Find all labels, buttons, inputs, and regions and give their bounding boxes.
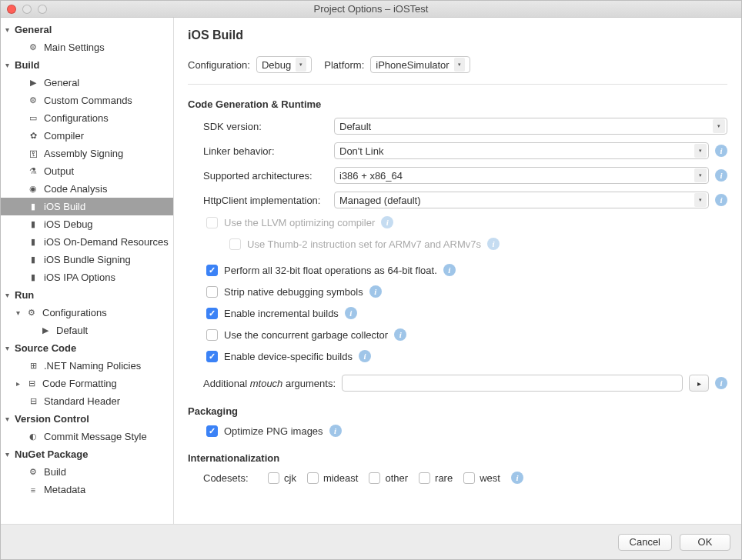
info-icon[interactable]: i [487,238,500,250]
codeset-west-checkbox[interactable] [463,472,475,484]
dialog-footer: Cancel OK [1,524,741,559]
sidebar-item-nuget-metadata[interactable]: ≡Metadata [1,481,173,498]
arch-select[interactable]: i386 + x86_64▾ [334,167,709,184]
sidebar-item-naming-policies[interactable]: ⊞.NET Naming Policies [1,357,173,375]
info-icon[interactable]: i [359,350,371,362]
grid-icon: ⊞ [27,360,39,372]
list-icon: ≡ [27,484,39,496]
cancel-button[interactable]: Cancel [618,534,672,551]
chevron-down-icon: ▾ [454,58,465,72]
sidebar-item-ios-build[interactable]: ▮iOS Build [1,198,173,215]
gear-icon: ⚙ [27,42,39,54]
sidebar-item-configurations[interactable]: ▭Configurations [1,109,173,127]
sidebar-item-ios-debug[interactable]: ▮iOS Debug [1,215,173,233]
device-builds-row: Enable device-specific builds i [188,350,727,362]
commit-icon: ◐ [27,431,39,443]
ok-button[interactable]: OK [680,534,730,551]
sidebar-item-output[interactable]: ⚗Output [1,162,173,180]
mtouch-label: Additional mtouch arguments: [188,378,342,389]
configuration-select[interactable]: Debug▾ [256,56,312,73]
gear-icon: ⚙ [25,307,38,319]
info-icon[interactable]: i [715,194,727,206]
device-builds-checkbox[interactable] [206,351,218,362]
platform-select[interactable]: iPhoneSimulator▾ [370,56,470,73]
optimize-png-checkbox[interactable] [206,425,218,437]
info-icon[interactable]: i [715,145,727,157]
float64-checkbox[interactable] [206,265,218,276]
llvm-row: Use the LLVM optimizing compiler i [188,216,727,228]
sidebar-run[interactable]: ▾Run [1,286,173,304]
incremental-checkbox[interactable] [206,308,218,319]
sidebar-item-commit-style[interactable]: ◐Commit Message Style [1,428,173,445]
box-icon: ▭ [27,112,39,125]
httpclient-select[interactable]: Managed (default)▾ [334,192,709,208]
info-icon[interactable]: i [715,377,727,389]
gear-icon: ⚙ [27,95,39,107]
target-icon: ◉ [27,183,39,195]
llvm-label: Use the LLVM optimizing compiler [224,217,375,228]
phone-icon: ▮ [27,272,39,284]
arch-label: Supported architectures: [188,170,334,182]
llvm-checkbox [206,217,218,228]
info-icon[interactable]: i [394,328,406,341]
codeset-other-checkbox[interactable] [369,472,380,484]
sidebar-item-assembly-signing[interactable]: ⚿Assembly Signing [1,145,173,162]
info-icon[interactable]: i [443,264,456,276]
compiler-icon: ✿ [27,130,39,142]
codeset-rare-checkbox[interactable] [419,472,430,484]
sidebar-item-run-default[interactable]: ▶Default [1,322,173,339]
mtouch-input[interactable] [342,375,683,392]
optimize-png-row: Optimize PNG images i [188,425,727,437]
info-icon[interactable]: i [715,169,727,182]
sidebar: ▾General ⚙Main Settings ▾Build ▶General … [1,18,174,524]
sidebar-item-run-configurations[interactable]: ▾⚙Configurations [1,304,173,322]
sidebar-item-standard-header[interactable]: ⊟Standard Header [1,392,173,410]
sidebar-item-ios-ipa[interactable]: ▮iOS IPA Options [1,268,173,286]
phone-icon: ▮ [27,201,39,213]
platform-label: Platform: [324,59,364,71]
info-icon[interactable]: i [329,425,342,437]
sidebar-item-build-general[interactable]: ▶General [1,74,173,92]
info-icon[interactable]: i [381,216,393,228]
window-title: Project Options – iOSTest [1,3,741,15]
strip-row: Strip native debugging symbols i [188,285,727,298]
sidebar-item-custom-commands[interactable]: ⚙Custom Commands [1,92,173,109]
sidebar-item-ios-ondemand[interactable]: ▮iOS On-Demand Resources [1,233,173,251]
sidebar-build[interactable]: ▾Build [1,56,173,74]
codeset-mideast-checkbox[interactable] [307,472,319,484]
linker-select[interactable]: Don't Link▾ [334,142,709,159]
section-i18n: Internationalization [188,452,727,464]
concurrent-gc-checkbox[interactable] [206,329,218,341]
strip-checkbox[interactable] [206,286,218,298]
sidebar-general[interactable]: ▾General [1,21,173,38]
info-icon[interactable]: i [345,307,357,319]
sidebar-item-main-settings[interactable]: ⚙Main Settings [1,38,173,56]
mtouch-browse-button[interactable]: ▸ [689,375,709,392]
strip-label: Strip native debugging symbols [224,286,363,298]
configuration-label: Configuration: [188,59,250,71]
codesets-label: Codesets: [203,472,257,484]
sidebar-item-code-analysis[interactable]: ◉Code Analysis [1,180,173,198]
divider [188,84,727,85]
format-icon: ⊟ [25,378,38,390]
page-title: iOS Build [188,28,727,42]
phone-icon: ▮ [27,236,39,248]
titlebar: Project Options – iOSTest [1,1,741,18]
sdk-select[interactable]: Default▾ [334,118,727,135]
info-icon[interactable]: i [369,285,382,298]
float64-row: Perform all 32-bit float operations as 6… [188,264,727,276]
httpclient-label: HttpClient implementation: [188,195,334,206]
sidebar-item-compiler[interactable]: ✿Compiler [1,127,173,145]
info-icon[interactable]: i [511,472,523,484]
section-packaging: Packaging [188,405,727,417]
dialog-body: ▾General ⚙Main Settings ▾Build ▶General … [1,18,741,524]
sidebar-version-control[interactable]: ▾Version Control [1,410,173,428]
codeset-cjk-checkbox[interactable] [268,472,279,484]
sidebar-source-code[interactable]: ▾Source Code [1,339,173,357]
gear-icon: ⚙ [27,466,39,478]
sidebar-item-code-formatting[interactable]: ▸⊟Code Formatting [1,375,173,392]
sidebar-item-ios-bundle-signing[interactable]: ▮iOS Bundle Signing [1,251,173,268]
sidebar-nuget[interactable]: ▾NuGet Package [1,445,173,463]
phone-icon: ▮ [27,218,39,231]
sidebar-item-nuget-build[interactable]: ⚙Build [1,463,173,481]
